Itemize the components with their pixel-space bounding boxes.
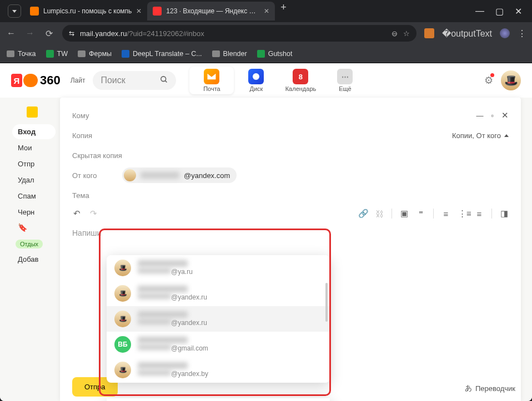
redo-icon[interactable]: ↷	[89, 209, 98, 219]
bookmark-item[interactable]: DeepL Translate – С...	[122, 50, 202, 58]
sidebar-item[interactable]: Отпр	[12, 156, 56, 171]
translate-icon: あ	[465, 383, 472, 393]
bookmark-label: Gutshot	[268, 50, 293, 58]
scrollbar[interactable]	[325, 283, 328, 322]
new-tab-button[interactable]: +	[275, 2, 292, 21]
quote-icon[interactable]: "	[416, 209, 425, 219]
unlink-icon[interactable]: ⛓	[375, 209, 384, 219]
favicon	[122, 50, 129, 58]
profile-avatar-icon[interactable]	[500, 28, 510, 38]
contact-name-blurred: xxxx	[138, 260, 188, 267]
contact-email: xxx@yandex.by	[138, 370, 208, 378]
contact-avatar: 🎩	[114, 362, 131, 378]
minimize-icon[interactable]: —	[475, 6, 484, 17]
link-icon[interactable]: 🔗	[358, 209, 367, 219]
dropdown-item[interactable]: 🎩xxxxxxx@yandex.by	[107, 357, 330, 383]
app-Диск[interactable]: Диск	[234, 67, 278, 94]
bookmark-label: DeepL Translate – С...	[133, 50, 202, 58]
dropdown-item[interactable]: 🎩xxxxxxx@yandex.ru	[107, 306, 330, 332]
extension-icon[interactable]	[424, 28, 434, 38]
align-icon[interactable]: ≡	[441, 209, 450, 219]
zoom-icon[interactable]: ⊖	[392, 29, 398, 38]
cc-toggle[interactable]: Копии, От кого	[452, 131, 509, 140]
folder-icon	[78, 50, 86, 57]
bookmark-star-icon[interactable]: ☆	[403, 29, 410, 38]
translate-button[interactable]: あ Переводчик	[465, 383, 515, 393]
app-icon[interactable]	[27, 106, 38, 118]
bullet-list-icon[interactable]: ⋮≡	[458, 209, 467, 219]
image-icon[interactable]: ▣	[400, 209, 409, 219]
context-menu: СкопироватьРедактироватьНаписать только …	[107, 398, 330, 401]
app-label: Почта	[203, 85, 220, 92]
dropdown-item[interactable]: 🎩xxxxxxx@ya.ru	[107, 255, 330, 281]
search-input[interactable]: Поиск	[93, 71, 176, 90]
from-label: От кого	[72, 171, 122, 180]
bookmark-item[interactable]: Точка	[7, 50, 36, 58]
settings-icon[interactable]: ⚙	[484, 74, 493, 87]
app-icon: ⋯	[337, 69, 353, 84]
search-icon	[160, 75, 168, 86]
lite-badge: Лайт	[71, 77, 86, 84]
expand-compose-icon[interactable]: ▫	[491, 111, 494, 120]
reload-icon[interactable]: ⟳	[43, 28, 54, 39]
forward-icon[interactable]: →	[24, 28, 36, 38]
app-label: Календарь	[285, 85, 317, 92]
sidebar-item-add[interactable]: Добав	[12, 252, 56, 267]
contact-avatar: ВБ	[114, 336, 131, 353]
contact-email: xxx@yandex.ru	[138, 319, 207, 327]
dropdown-item[interactable]: ВБxxxxxxx@gmail.com	[107, 332, 330, 357]
bookmark-label: Фермы	[89, 50, 112, 58]
site-info-icon[interactable]: ⇆	[69, 29, 74, 37]
bcc-label: Скрытая копия	[72, 151, 122, 160]
tab-title: 123 · Входящие — Яндекс Поч	[166, 7, 259, 15]
number-list-icon[interactable]: ≡	[475, 209, 484, 219]
close-icon[interactable]: ✕	[136, 7, 142, 15]
tab-lumpics[interactable]: Lumpics.ru - помощь с компь ✕	[24, 2, 147, 21]
tab-yandex-mail[interactable]: 123 · Входящие — Яндекс Поч ✕	[147, 2, 275, 21]
app-label: Диск	[250, 85, 263, 92]
app-Почта[interactable]: Почта	[189, 67, 234, 94]
bookmark-item[interactable]: Фермы	[78, 50, 112, 58]
sidebar-item[interactable]: Удал	[12, 172, 56, 187]
minimize-compose-icon[interactable]: —	[476, 111, 483, 120]
contact-email: xxx@ya.ru	[138, 268, 193, 276]
bookmark-item[interactable]: Blender	[212, 50, 247, 58]
address-bar[interactable]: ⇆ mail.yandex.ru/?uid=241192062#inbox ⊖ …	[62, 25, 416, 42]
dropdown-item[interactable]: 🎩xxxxxxx@yandex.ru	[107, 281, 330, 306]
back-icon[interactable]: ←	[6, 28, 17, 38]
bookmark-label: Blender	[223, 50, 247, 58]
close-icon[interactable]: ✕	[264, 7, 269, 15]
app-Календарь[interactable]: 8Календарь	[278, 67, 323, 94]
yandex-360-logo[interactable]: Я 360	[11, 73, 61, 88]
contact-name-blurred: xxxx	[138, 362, 188, 369]
menu-icon[interactable]: ⋮	[518, 28, 526, 39]
favicon	[257, 50, 265, 58]
tab-dropdown[interactable]	[8, 4, 21, 18]
favicon	[153, 7, 162, 16]
app-Ещё[interactable]: ⋯Ещё	[323, 67, 367, 94]
sidebar-badge-vacation[interactable]: Отдых	[16, 240, 43, 248]
contact-avatar: 🎩	[114, 260, 131, 276]
close-window-icon[interactable]: ✕	[515, 6, 522, 17]
bookmark-item[interactable]: Gutshot	[257, 50, 293, 58]
sidebar-item[interactable]: Мои	[12, 140, 56, 155]
user-avatar[interactable]: 🎩	[501, 70, 521, 90]
close-compose-icon[interactable]: ✕	[501, 110, 509, 120]
folder-icon	[7, 50, 14, 57]
sidebar-item[interactable]: Черн	[12, 205, 56, 220]
bookmark-item[interactable]: TW	[46, 50, 68, 58]
maximize-icon[interactable]: ▢	[495, 6, 504, 17]
subject-label: Тема	[72, 191, 122, 200]
sidebar-item[interactable]: Вход	[12, 124, 56, 139]
svg-point-2	[253, 73, 259, 80]
from-chip[interactable]: xxxxxxx @yandex.com	[122, 167, 237, 183]
brand-360: 360	[40, 73, 61, 88]
from-address-dropdown: 🎩xxxxxxx@ya.ru🎩xxxxxxx@yandex.ru🎩xxxxxxx…	[107, 255, 330, 383]
sidebar-item[interactable]: Спам	[12, 189, 56, 204]
bookmark-icon[interactable]: 🔖	[18, 223, 56, 232]
extensions-icon[interactable]: �outputText	[442, 28, 492, 39]
compose-body[interactable]: Напиши	[72, 222, 509, 244]
eraser-icon[interactable]: ◨	[500, 209, 509, 219]
undo-icon[interactable]: ↶	[72, 209, 81, 219]
app-label: Ещё	[339, 85, 352, 92]
